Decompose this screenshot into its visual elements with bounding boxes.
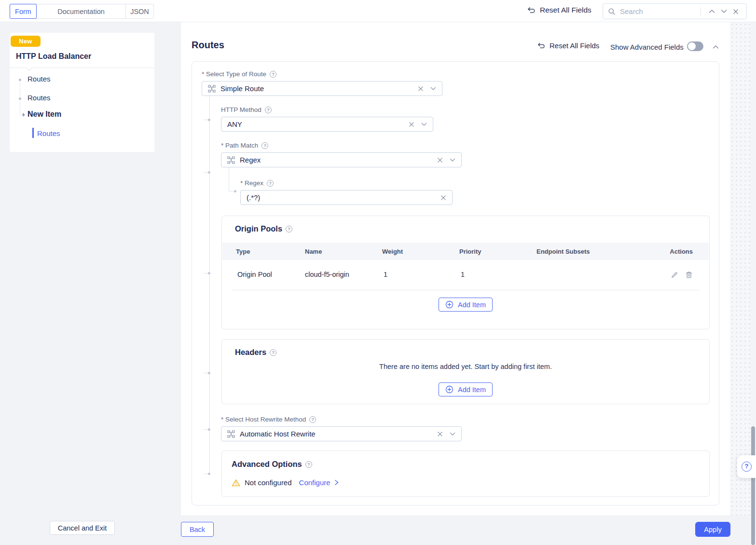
host-rewrite-label: * Select Host Rewrite Method: [221, 416, 306, 423]
help-floating-button[interactable]: [737, 455, 756, 478]
connector-dot: [208, 473, 210, 475]
edit-row-button[interactable]: [671, 271, 678, 280]
chevron-down-icon[interactable]: [450, 158, 455, 162]
clear-icon[interactable]: [440, 195, 446, 201]
clear-icon[interactable]: [437, 157, 443, 163]
sidebar-item-routes-1[interactable]: Routes: [27, 75, 51, 83]
regex-label: * Regex: [240, 179, 263, 187]
headers-section: Headers There are no items added yet. St…: [221, 339, 710, 404]
cell-priority: 1: [461, 271, 465, 278]
chevron-down-icon[interactable]: [450, 432, 455, 436]
advanced-options-section: Advanced Options Not configured Configur…: [221, 450, 710, 497]
route-branch-icon: [227, 156, 235, 164]
sidebar-item-routes-2[interactable]: Routes: [27, 94, 51, 102]
column-header-priority: Priority: [459, 248, 481, 255]
search-input[interactable]: [620, 7, 696, 15]
help-icon[interactable]: [265, 107, 272, 113]
chevron-down-icon[interactable]: [421, 123, 427, 126]
help-icon[interactable]: [305, 461, 312, 468]
form-connector-line: [209, 96, 210, 474]
sidebar-item-routes-active[interactable]: Routes: [37, 129, 60, 137]
reset-all-fields-top-button[interactable]: Reset All Fields: [527, 6, 591, 14]
configure-label: Configure: [299, 478, 330, 487]
advanced-options-status-row: Not configured Configure: [232, 478, 339, 487]
route-type-select[interactable]: Simple Route: [202, 81, 442, 96]
tree-bullet: [19, 97, 21, 100]
table-row: Origin Pool cloud-f5-origin 1 1: [222, 260, 709, 290]
plus-circle-icon: [445, 300, 454, 309]
configure-link[interactable]: Configure: [299, 478, 339, 487]
help-icon[interactable]: [309, 416, 316, 423]
tab-documentation[interactable]: Documentation: [36, 4, 126, 19]
delete-row-button[interactable]: [685, 271, 693, 280]
toggle-knob: [688, 42, 696, 50]
add-item-label: Add Item: [458, 301, 486, 309]
chevron-down-icon[interactable]: [430, 87, 436, 91]
regex-connector-line: [229, 167, 229, 191]
regex-input[interactable]: [247, 193, 440, 202]
warning-icon: [232, 479, 240, 487]
tab-form[interactable]: Form: [10, 4, 37, 19]
search-next-button[interactable]: [718, 8, 730, 14]
cell-weight: 1: [384, 271, 387, 278]
route-type-value: Simple Route: [220, 84, 264, 93]
tree-arrow-icon: [23, 113, 25, 117]
search-prev-button[interactable]: [706, 8, 718, 14]
clear-icon[interactable]: [418, 86, 424, 92]
clear-icon[interactable]: [437, 431, 443, 437]
tree-bullet: [19, 79, 21, 81]
show-advanced-fields-toggle[interactable]: [687, 41, 703, 51]
path-match-label-row: * Path Match: [221, 142, 268, 149]
host-rewrite-select[interactable]: Automatic Host Rewrite: [221, 426, 462, 441]
route-type-label: * Select Type of Route: [202, 70, 266, 78]
column-header-weight: Weight: [382, 248, 403, 255]
help-icon[interactable]: [261, 142, 268, 149]
back-button[interactable]: Back: [181, 522, 214, 537]
column-header-name: Name: [305, 248, 322, 255]
scrollbar-thumb[interactable]: [751, 426, 755, 545]
help-icon[interactable]: [267, 180, 274, 187]
connector-dot: [208, 428, 210, 431]
add-item-label: Add Item: [458, 386, 486, 394]
headers-title-row: Headers: [235, 348, 276, 357]
apply-button[interactable]: Apply: [695, 522, 730, 537]
help-icon[interactable]: [270, 349, 276, 356]
clear-icon[interactable]: [409, 122, 414, 127]
origin-pools-section: Origin Pools Type Name Weight Priority E…: [221, 216, 710, 329]
route-branch-icon: [208, 85, 216, 93]
reset-all-fields-button[interactable]: Reset All Fields: [537, 41, 599, 50]
sidebar-divider: [10, 68, 154, 68]
connector-dot: [208, 372, 210, 374]
search-close-button[interactable]: [730, 8, 742, 15]
help-icon[interactable]: [286, 226, 292, 232]
route-branch-icon: [227, 430, 235, 438]
advanced-options-title: Advanced Options: [232, 460, 302, 469]
connector-dot: [208, 119, 210, 121]
sidebar-title: HTTP Load Balancer: [16, 52, 91, 61]
sidebar-notch: [26, 65, 32, 71]
view-tabs: Form Documentation JSON: [10, 4, 154, 19]
cancel-and-exit-button[interactable]: Cancel and Exit: [50, 521, 115, 535]
top-toolbar: Form Documentation JSON Reset All Fields: [0, 0, 756, 22]
http-method-label-row: HTTP Method: [221, 106, 272, 113]
collapse-section-button[interactable]: [713, 43, 719, 51]
path-match-select[interactable]: Regex: [221, 152, 462, 167]
column-header-type: Type: [236, 248, 250, 255]
origin-pools-title: Origin Pools: [235, 224, 282, 233]
http-method-label: HTTP Method: [221, 106, 261, 113]
http-method-select[interactable]: ANY: [221, 117, 433, 132]
table-divider: [232, 290, 700, 290]
dotted-gutter: [730, 22, 750, 515]
headers-add-item-button[interactable]: Add Item: [439, 382, 493, 396]
connector-dot: [208, 171, 210, 174]
plus-circle-icon: [445, 385, 454, 394]
cell-name: cloud-f5-origin: [305, 271, 349, 278]
active-item-bar: [32, 128, 34, 138]
sidebar-item-new-item[interactable]: New Item: [27, 110, 61, 119]
regex-label-row: * Regex: [240, 179, 274, 187]
origin-pools-add-item-button[interactable]: Add Item: [439, 298, 493, 312]
reset-all-fields-label: Reset All Fields: [550, 41, 599, 50]
help-icon[interactable]: [270, 71, 276, 78]
path-match-label: * Path Match: [221, 142, 258, 149]
tab-json[interactable]: JSON: [125, 4, 154, 19]
